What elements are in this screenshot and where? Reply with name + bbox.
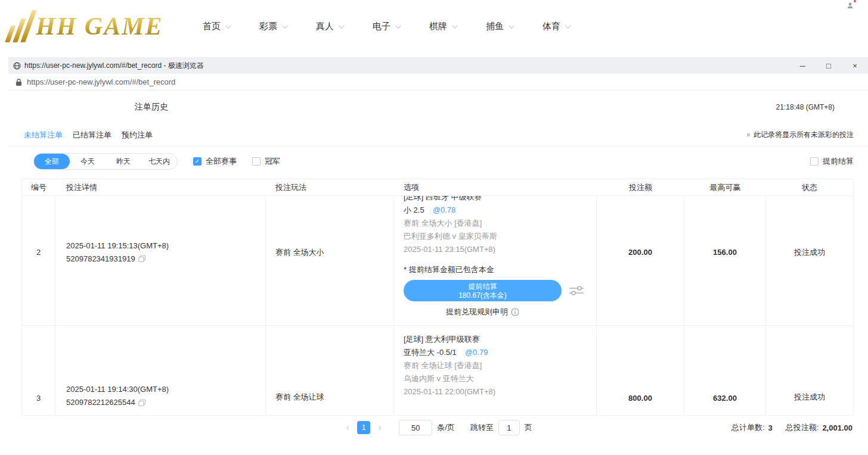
col-maxwin: 最高可赢 — [684, 182, 766, 193]
chevron-down-icon — [395, 23, 401, 29]
nav-item-slots[interactable]: 电子 — [373, 21, 399, 32]
col-amount: 投注额 — [597, 182, 684, 193]
close-button[interactable]: × — [842, 57, 868, 74]
bet-record-page: 注单历史 21:18:48 (GMT+8) 未结算注单 已结算注单 预约注单 此… — [8, 91, 868, 453]
row-play-cell: 赛前 全场让球 — [266, 326, 394, 415]
clock: 21:18:48 (GMT+8) — [776, 103, 835, 111]
row-amount-cell: 800.00 — [597, 326, 684, 415]
logo-stripes-icon — [5, 10, 37, 42]
filter-row: 全部 今天 昨天 七天内 ✓ 全部赛事 冠军 提前结算 — [8, 147, 868, 176]
all-events-checkbox[interactable]: ✓ 全部赛事 — [193, 156, 237, 167]
prev-page-button[interactable]: ‹ — [343, 422, 352, 433]
range-all[interactable]: 全部 — [34, 154, 70, 169]
early-settle-button[interactable]: 提前结算 180.67(含本金) — [404, 280, 562, 301]
slider-adjust-icon[interactable] — [569, 285, 584, 296]
chevron-down-icon — [225, 23, 231, 29]
nav-item-fishing[interactable]: 捕鱼 — [486, 21, 513, 32]
row-amount-cell: 200.00 — [597, 196, 684, 325]
tab-unsettled[interactable]: 未结算注单 — [24, 130, 63, 141]
person-icon — [847, 2, 854, 9]
range-today[interactable]: 今天 — [70, 154, 106, 169]
range-7days[interactable]: 七天内 — [141, 154, 177, 169]
early-settle-row: 提前结算 180.67(含本金) — [404, 280, 596, 301]
row-status-cell: 投注成功 — [766, 326, 853, 415]
copy-icon[interactable] — [138, 399, 146, 407]
match-teams: 乌迪内斯 v 亚特兰大 — [404, 372, 596, 385]
nav-item-sports[interactable]: 体育 — [542, 21, 569, 32]
date-range-segment: 全部 今天 昨天 七天内 — [33, 153, 178, 170]
info-icon[interactable] — [511, 308, 519, 316]
match-time: 2025-01-11 22:00(GMT+8) — [404, 385, 596, 398]
nav-item-live[interactable]: 真人 — [316, 21, 343, 32]
chevron-down-icon — [509, 23, 514, 29]
league-name: [足球] 意大利甲级联赛 — [404, 333, 596, 346]
col-option: 选项 — [394, 182, 597, 193]
total-amount-label: 总投注额: — [786, 422, 819, 433]
logo-text: HH GAME — [36, 10, 163, 42]
chevron-down-icon — [339, 23, 345, 29]
page-title: 注单历史 — [135, 102, 168, 113]
bet-pick: 亚特兰大 -0.5/1@0.79 — [404, 346, 596, 359]
page-number-button[interactable]: 1 — [357, 421, 370, 434]
minimize-button[interactable]: ─ — [789, 57, 816, 74]
checkbox-icon: ✓ — [193, 157, 202, 166]
next-page-button[interactable]: › — [375, 422, 385, 433]
nav-item-lottery[interactable]: 彩票 — [259, 21, 286, 32]
tab-settled[interactable]: 已结算注单 — [73, 130, 111, 141]
maximize-button[interactable]: □ — [816, 57, 842, 74]
early-cashout-rule-link[interactable]: 提前兑现规则申明 — [404, 307, 562, 317]
row-detail-cell: 2025-01-11 19:14:30(GMT+8) 5209782212625… — [55, 326, 266, 415]
row-status-cell: 投注成功 — [766, 196, 853, 325]
col-play: 投注玩法 — [266, 182, 394, 193]
early-settle-note: * 提前结算金额已包含本金 — [404, 265, 596, 275]
url-text: https://user-pc-new.jylywl.com/#/bet_rec… — [27, 77, 175, 86]
table-row: 2 2025-01-11 19:15:13(GMT+8) 52097823419… — [22, 196, 853, 326]
col-status: 状态 — [766, 182, 853, 193]
tabs-row: 未结算注单 已结算注单 预约注单 此记录将显示所有未派彩的投注 — [8, 124, 868, 147]
nav-item-home[interactable]: 首页 — [203, 21, 230, 32]
table-header: 编号 投注详情 投注玩法 选项 投注额 最高可赢 状态 — [22, 179, 853, 196]
range-yesterday[interactable]: 昨天 — [106, 154, 141, 169]
page-head: 注单历史 21:18:48 (GMT+8) — [8, 91, 868, 124]
match-time: 2025-01-11 23:15(GMT+8) — [404, 243, 596, 256]
row-option-cell: [足球] 西班牙 甲级联赛 小 2.5@0.78 赛前 全场大小 [香港盘] 巴… — [394, 196, 597, 325]
notification-dot — [854, 0, 856, 2]
checkbox-icon — [810, 157, 819, 166]
row-id-cell: 3 — [22, 326, 55, 415]
checkbox-icon — [252, 157, 261, 166]
address-bar[interactable]: https://user-pc-new.jylywl.com/#/bet_rec… — [8, 74, 868, 91]
order-number: 5209782212625544 — [66, 396, 135, 409]
browser-titlebar[interactable]: https://user-pc-new.jylywl.com/#/bet_rec… — [8, 57, 868, 74]
league-name: [足球] 西班牙 甲级联赛 — [404, 196, 596, 204]
total-count-value: 3 — [768, 423, 773, 432]
nav-item-cards[interactable]: 棋牌 — [429, 21, 456, 32]
globe-icon — [13, 62, 21, 70]
bullet-square-icon — [747, 133, 750, 136]
bet-table: 编号 投注详情 投注玩法 选项 投注额 最高可赢 状态 2 2025-01-11… — [21, 179, 854, 416]
profile-icon[interactable] — [847, 1, 855, 8]
site-header: HH GAME 首页 彩票 真人 电子 棋牌 捕鱼 体育 — [0, 0, 868, 52]
bet-time: 2025-01-11 19:15:13(GMT+8) — [66, 239, 169, 253]
tab-reserved[interactable]: 预约注单 — [122, 130, 153, 141]
early-settle-checkbox[interactable]: 提前结算 — [810, 156, 854, 167]
site-logo[interactable]: HH GAME — [11, 10, 190, 42]
status-badge: 投注成功 — [794, 247, 825, 258]
total-count-label: 总计单数: — [731, 422, 765, 433]
odds-value: @0.79 — [465, 348, 488, 357]
champion-checkbox[interactable]: 冠军 — [252, 156, 280, 167]
jump-to-label: 跳转至 — [470, 422, 494, 433]
jump-page-input[interactable] — [498, 420, 520, 435]
market-info: 赛前 全场大小 [香港盘] — [404, 217, 596, 230]
copy-icon[interactable] — [138, 255, 146, 263]
order-number: 5209782341931919 — [66, 253, 135, 266]
lock-icon — [16, 78, 22, 86]
browser-window: https://user-pc-new.jylywl.com/#/bet_rec… — [8, 57, 868, 453]
match-teams: 巴利亚多利德 v 皇家贝蒂斯 — [404, 230, 596, 243]
row-play-cell: 赛前 全场大小 — [266, 196, 394, 325]
total-amount-value: 2,001.00 — [822, 423, 852, 432]
page-unit-label: 页 — [525, 422, 532, 433]
chevron-down-icon — [282, 23, 288, 29]
pagination: ‹ 1 › 条/页 跳转至 页 总计单数: 3 总投注额: 2,001.00 — [21, 416, 854, 440]
page-size-input[interactable] — [399, 420, 432, 435]
window-controls: ─ □ × — [789, 57, 868, 74]
